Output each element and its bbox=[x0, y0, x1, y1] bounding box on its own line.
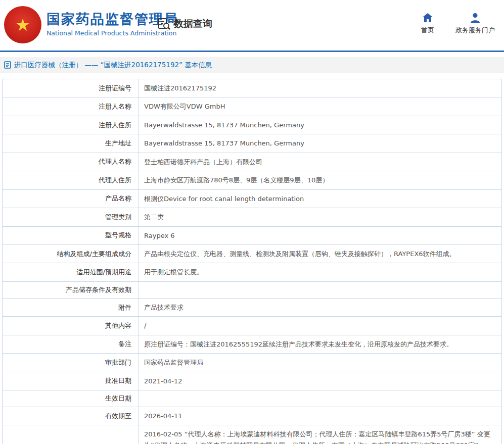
table-row: 结构及组成/主要组成成分 产品由根尖定位仪、充电器、测量线、检测块及附属装置（唇… bbox=[3, 244, 502, 263]
registration-detail-table: 注册证编号 国械注进20162175192 注册人名称 VDW有限公司VDW G… bbox=[2, 79, 502, 444]
table-row: 生效日期 bbox=[3, 390, 502, 407]
field-label: 产品储存条件及有效期 bbox=[3, 281, 139, 298]
table-row: 审批部门 国家药品监督管理局 bbox=[3, 354, 502, 372]
field-value: Bayerwaldstrasse 15, 81737 Munchen, Germ… bbox=[139, 116, 502, 134]
field-label: 生产地址 bbox=[3, 134, 139, 153]
field-value: / bbox=[139, 317, 502, 335]
nav-home[interactable]: 首页 bbox=[421, 12, 434, 35]
table-row: 产品名称 根测仪Device for root canal length det… bbox=[3, 189, 502, 208]
field-value: 第二类 bbox=[139, 208, 502, 226]
table-row: 适用范围/预期用途 用于测定根管长度。 bbox=[3, 263, 502, 281]
nav-home-label: 首页 bbox=[421, 26, 434, 35]
field-value: 国家药品监督管理局 bbox=[139, 354, 502, 372]
table-row: 注册人住所 Bayerwaldstrasse 15, 81737 Munchen… bbox=[3, 116, 502, 134]
field-value: Raypex 6 bbox=[139, 226, 502, 244]
document-search-icon bbox=[158, 17, 171, 30]
table-row: 生产地址 Bayerwaldstrasse 15, 81737 Munchen,… bbox=[3, 134, 502, 153]
field-label: 附件 bbox=[3, 298, 139, 316]
nav-portal[interactable]: 政务服务门户 bbox=[455, 12, 495, 35]
field-label: 其他内容 bbox=[3, 317, 139, 335]
field-label: 型号规格 bbox=[3, 226, 139, 244]
document-icon bbox=[4, 61, 11, 69]
table-row: 代理人住所 上海市静安区万航渡路780号8层、9层（名义楼层9层、10层） bbox=[3, 171, 502, 189]
field-label: 代理人住所 bbox=[3, 171, 139, 189]
field-label: 产品名称 bbox=[3, 189, 139, 208]
field-value: 用于测定根管长度。 bbox=[139, 263, 502, 281]
field-value: 产品技术要求 bbox=[139, 298, 502, 316]
data-query-label: 数据查询 bbox=[174, 17, 212, 30]
field-value: 原注册证编号：国械注进20162555192延续注册产品技术要求未发生变化，沿用… bbox=[139, 335, 502, 353]
table-row: 批准日期 2021-04-12 bbox=[3, 372, 502, 390]
field-label: 注册证编号 bbox=[3, 79, 139, 97]
breadcrumb-text: 进口医疗器械（注册） —— “国械注进20162175192” 基本信息 bbox=[14, 61, 212, 70]
field-label: 审批部门 bbox=[3, 354, 139, 372]
table-row: 有效期至 2026-04-11 bbox=[3, 407, 502, 425]
field-label: 管理类别 bbox=[3, 208, 139, 226]
field-value: 登士柏西诺德牙科产品（上海）有限公司 bbox=[139, 153, 502, 171]
field-value: 产品由根尖定位仪、充电器、测量线、检测块及附属装置（唇钩、锉夹及接触探针），RA… bbox=[139, 244, 502, 263]
table-row: 管理类别 第二类 bbox=[3, 208, 502, 226]
table-row: 注册人名称 VDW有限公司VDW GmbH bbox=[3, 97, 502, 116]
field-value bbox=[139, 281, 502, 298]
table-row: 注册证编号 国械注进20162175192 bbox=[3, 79, 502, 97]
table-row: 代理人名称 登士柏西诺德牙科产品（上海）有限公司 bbox=[3, 153, 502, 171]
field-label: 备注 bbox=[3, 335, 139, 353]
nav-portal-label: 政务服务门户 bbox=[455, 26, 495, 35]
field-value bbox=[139, 390, 502, 407]
field-label: 结构及组成/主要组成成分 bbox=[3, 244, 139, 263]
table-row: 产品储存条件及有效期 bbox=[3, 281, 502, 298]
field-value: Bayerwaldstrasse 15, 81737 Munchen, Germ… bbox=[139, 134, 502, 153]
field-label: 注册人住所 bbox=[3, 116, 139, 134]
site-subtitle: National Medical Products Administration bbox=[47, 29, 178, 37]
field-label: 代理人名称 bbox=[3, 153, 139, 171]
field-label: 批准日期 bbox=[3, 372, 139, 390]
table-row: 附件 产品技术要求 bbox=[3, 298, 502, 316]
field-value: 国械注进20162175192 bbox=[139, 79, 502, 97]
table-row: 变更情况 2016-02-05 “代理人名称：上海埃蒙迪材料科技有限公司；代理人… bbox=[3, 425, 502, 444]
table-row: 型号规格 Raypex 6 bbox=[3, 226, 502, 244]
field-label: 有效期至 bbox=[3, 407, 139, 425]
national-emblem-logo: ★ bbox=[4, 6, 41, 43]
field-value: 2026-04-11 bbox=[139, 407, 502, 425]
home-icon bbox=[422, 12, 433, 23]
data-query-entry[interactable]: 数据查询 bbox=[158, 17, 212, 30]
field-label: 注册人名称 bbox=[3, 97, 139, 116]
field-value: VDW有限公司VDW GmbH bbox=[139, 97, 502, 116]
header-divider bbox=[0, 51, 504, 52]
table-row: 其他内容 / bbox=[3, 317, 502, 335]
field-value: 根测仪Device for root canal length determin… bbox=[139, 189, 502, 208]
field-label: 变更情况 bbox=[3, 425, 139, 444]
page-header: ★ 国家药品监督管理局 National Medical Products Ad… bbox=[0, 0, 504, 51]
person-icon bbox=[470, 12, 481, 23]
field-value: 2016-02-05 “代理人名称：上海埃蒙迪材料科技有限公司；代理人住所：嘉定… bbox=[139, 425, 502, 444]
field-value: 2021-04-12 bbox=[139, 372, 502, 390]
field-value: 上海市静安区万航渡路780号8层、9层（名义楼层9层、10层） bbox=[139, 171, 502, 189]
emblem-star-icon: ★ bbox=[15, 16, 30, 33]
field-label: 生效日期 bbox=[3, 390, 139, 407]
table-row: 备注 原注册证编号：国械注进20162555192延续注册产品技术要求未发生变化… bbox=[3, 335, 502, 353]
field-label: 适用范围/预期用途 bbox=[3, 263, 139, 281]
top-navigation: 首页 政务服务门户 bbox=[421, 12, 495, 35]
breadcrumb: 进口医疗器械（注册） —— “国械注进20162175192” 基本信息 bbox=[0, 57, 504, 73]
